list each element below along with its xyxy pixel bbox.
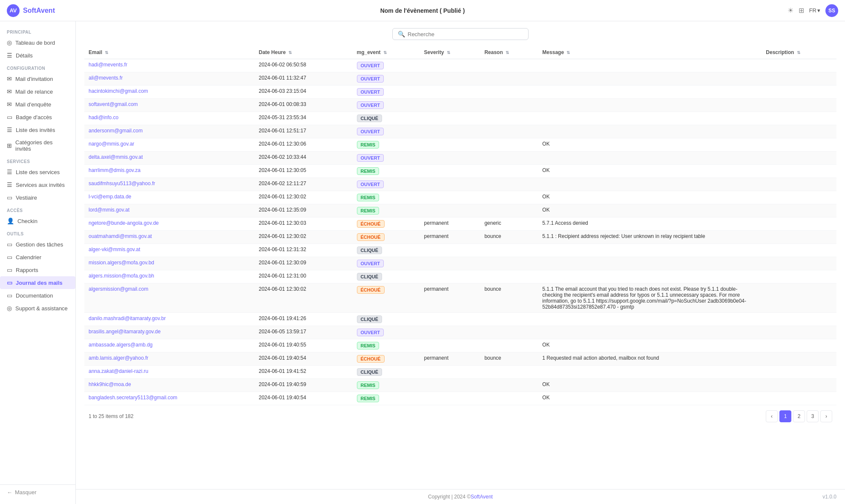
cell-email[interactable]: alger-vki@mmis.gov.at bbox=[84, 244, 255, 257]
sort-icon: ⇅ bbox=[447, 50, 450, 55]
col-reason[interactable]: Reason ⇅ bbox=[480, 46, 538, 59]
sidebar-item-details[interactable]: ☰ Détails bbox=[0, 49, 75, 62]
sidebar-item-label: Détails bbox=[16, 52, 33, 59]
lang-label: FR bbox=[809, 7, 816, 14]
lang-button[interactable]: FR ▾ bbox=[809, 7, 820, 14]
cell-email[interactable]: hhkk9hic@moa.de bbox=[84, 379, 255, 392]
cell-email[interactable]: nargo@mmis.gov.ar bbox=[84, 138, 255, 152]
footer-brand-link[interactable]: SoftAvent bbox=[471, 494, 493, 500]
pagination-page-1[interactable]: 1 bbox=[779, 410, 791, 422]
cell-mg-event: REMIS bbox=[353, 392, 420, 405]
cell-email[interactable]: ambassade.algers@amb.dg bbox=[84, 339, 255, 352]
sidebar-item-documentation[interactable]: ▭ Documentation bbox=[0, 289, 75, 302]
pagination-page-2[interactable]: 2 bbox=[793, 410, 805, 422]
status-badge: OUVERT bbox=[357, 260, 384, 267]
reports-icon: ▭ bbox=[7, 266, 12, 273]
cell-email[interactable]: softavent@gmail.com bbox=[84, 99, 255, 112]
sidebar-item-categories-invites[interactable]: ⊞ Catégories des invités bbox=[0, 136, 75, 155]
cell-email[interactable]: bangladesh.secretary5113@gmail.com bbox=[84, 392, 255, 405]
cell-description bbox=[762, 125, 836, 138]
col-mg-event[interactable]: mg_event ⇅ bbox=[353, 46, 420, 59]
cell-email[interactable]: l-vci@emp.data.de bbox=[84, 191, 255, 204]
hide-sidebar-button[interactable]: ← Masquer bbox=[7, 489, 69, 495]
cell-email[interactable]: ali@mevents.fr bbox=[84, 72, 255, 86]
cell-description bbox=[762, 178, 836, 191]
cell-reason bbox=[480, 178, 538, 191]
col-severity[interactable]: Severity ⇅ bbox=[420, 46, 480, 59]
cell-email[interactable]: delta.axel@mmis.gov.at bbox=[84, 152, 255, 165]
cell-email[interactable]: algersmission@gmail.com bbox=[84, 284, 255, 313]
sidebar-item-calendrier[interactable]: ▭ Calendrier bbox=[0, 251, 75, 263]
col-message[interactable]: Message ⇅ bbox=[538, 46, 762, 59]
pagination-prev[interactable]: ‹ bbox=[766, 410, 778, 422]
col-description[interactable]: Description ⇅ bbox=[762, 46, 836, 59]
sidebar-item-vestiaire[interactable]: ▭ Vestiaire bbox=[0, 191, 75, 204]
user-avatar[interactable]: SS bbox=[825, 4, 838, 17]
cell-email[interactable]: hadi@mevents.fr bbox=[84, 59, 255, 72]
cell-date: 2024-06-01 12:51:17 bbox=[255, 125, 353, 138]
cell-date: 2024-06-05 13:59:17 bbox=[255, 326, 353, 339]
cell-email[interactable]: danilo.mashradi@itamaraty.gov.br bbox=[84, 313, 255, 326]
sidebar-item-services-invites[interactable]: ☰ Services aux invités bbox=[0, 178, 75, 191]
sidebar-item-tableau-de-bord[interactable]: ◎ Tableau de bord bbox=[0, 36, 75, 49]
col-email[interactable]: Email ⇅ bbox=[84, 46, 255, 59]
sidebar-item-badge-acces[interactable]: ▭ Badge d'accès bbox=[0, 111, 75, 123]
sidebar-item-journal-mails[interactable]: ▭ Journal des mails bbox=[0, 276, 75, 289]
sidebar-item-checkin[interactable]: 👤 Checkin bbox=[0, 215, 75, 227]
sidebar: PRINCIPAL ◎ Tableau de bord ☰ Détails CO… bbox=[0, 21, 76, 504]
cell-severity bbox=[420, 72, 480, 86]
sidebar-item-support[interactable]: ◎ Support & assistance bbox=[0, 302, 75, 315]
sidebar-item-mail-invitation[interactable]: ✉ Mail d'invitation bbox=[0, 72, 75, 85]
cell-email[interactable]: brasilis.angel@itamaraty.gov.de bbox=[84, 326, 255, 339]
grid-icon[interactable]: ⊞ bbox=[799, 6, 804, 14]
table-row: harrlimm@dmis.gov.za 2024-06-01 12:30:05… bbox=[84, 165, 836, 178]
cell-email[interactable]: amb.lamis.alger@yahoo.fr bbox=[84, 352, 255, 366]
cell-email[interactable]: ouatmahamdi@mmis.gov.at bbox=[84, 231, 255, 244]
logo: AV SoftAvent bbox=[7, 4, 79, 17]
cell-email[interactable]: mission.algers@mofa.gov.bd bbox=[84, 257, 255, 270]
table-row: mission.algers@mofa.gov.bd 2024-06-01 12… bbox=[84, 257, 836, 270]
sidebar-item-liste-services[interactable]: ☰ Liste des services bbox=[0, 166, 75, 178]
cell-message: 5.7.1 Access denied bbox=[538, 218, 762, 231]
cell-email[interactable]: saudifmhsuyu5113@yahoo.fr bbox=[84, 178, 255, 191]
cell-date: 2024-06-02 12:11:27 bbox=[255, 178, 353, 191]
pagination-page-3[interactable]: 3 bbox=[807, 410, 819, 422]
table-row: algers.mission@mofa.gov.bh 2024-06-01 12… bbox=[84, 270, 836, 284]
sidebar-item-mail-relance[interactable]: ✉ Mail de relance bbox=[0, 85, 75, 98]
sidebar-item-gestion-taches[interactable]: ▭ Gestion des tâches bbox=[0, 238, 75, 251]
col-date-heure[interactable]: Date Heure ⇅ bbox=[255, 46, 353, 59]
cell-email[interactable]: anna.zakat@daniel-razi.ru bbox=[84, 366, 255, 379]
version-label: v1.0.0 bbox=[822, 494, 836, 500]
cell-email[interactable]: lord@mmis.gov.at bbox=[84, 204, 255, 218]
cell-reason bbox=[480, 379, 538, 392]
cell-email[interactable]: hacintokimchi@gmail.com bbox=[84, 86, 255, 99]
cell-email[interactable]: andersonm@gmail.com bbox=[84, 125, 255, 138]
status-badge: ÉCHOUÉ bbox=[357, 355, 385, 363]
table-row: hadi@info.co 2024-05-31 23:55:34 CLIQUÉ bbox=[84, 112, 836, 125]
table-header: Email ⇅ Date Heure ⇅ mg_event ⇅ Severity… bbox=[84, 46, 836, 59]
sort-icon: ⇅ bbox=[105, 50, 108, 55]
pagination-next[interactable]: › bbox=[820, 410, 832, 422]
sidebar-item-mail-enquete[interactable]: ✉ Mail d'enquête bbox=[0, 98, 75, 111]
sun-icon[interactable]: ☀ bbox=[788, 6, 793, 14]
sidebar-item-label: Mail d'enquête bbox=[15, 101, 51, 108]
cell-date: 2024-06-01 12:30:02 bbox=[255, 191, 353, 204]
sidebar-item-rapports[interactable]: ▭ Rapports bbox=[0, 263, 75, 276]
sort-icon: ⇅ bbox=[506, 50, 509, 55]
cell-email[interactable]: harrlimm@dmis.gov.za bbox=[84, 165, 255, 178]
cell-message: OK bbox=[538, 379, 762, 392]
sidebar-item-liste-invites[interactable]: ☰ Liste des invités bbox=[0, 123, 75, 136]
cell-severity bbox=[420, 313, 480, 326]
app-container: AV SoftAvent Nom de l'évènement ( Publié… bbox=[0, 0, 845, 504]
cell-mg-event: OUVERT bbox=[353, 257, 420, 270]
sidebar-item-label: Mail de relance bbox=[15, 89, 53, 95]
cell-email[interactable]: hadi@info.co bbox=[84, 112, 255, 125]
status-badge: OUVERT bbox=[357, 101, 384, 109]
status-badge: CLIQUÉ bbox=[357, 115, 382, 122]
cell-severity bbox=[420, 191, 480, 204]
cell-email[interactable]: algers.mission@mofa.gov.bh bbox=[84, 270, 255, 284]
search-input[interactable] bbox=[408, 31, 523, 37]
cell-email[interactable]: ngetore@bunde-angola.gov.de bbox=[84, 218, 255, 231]
table-row: andersonm@gmail.com 2024-06-01 12:51:17 … bbox=[84, 125, 836, 138]
logo-circle: AV bbox=[7, 4, 20, 17]
